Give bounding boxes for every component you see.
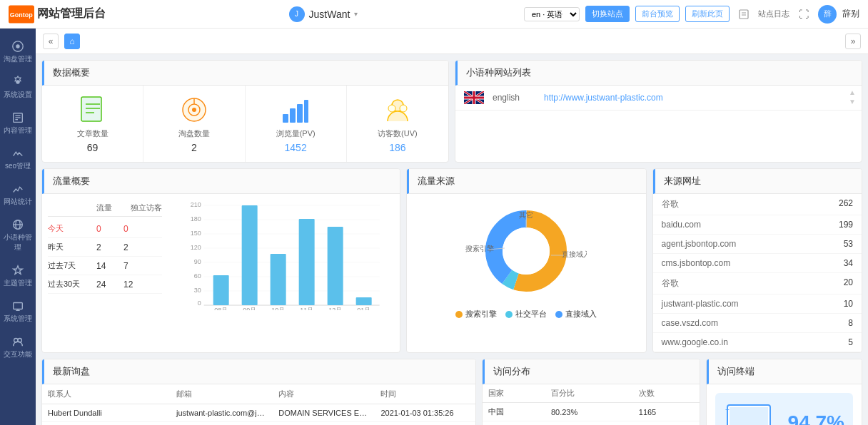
sidebar-label-disk: 淘盘管理 <box>4 54 32 64</box>
stats-panel: 数据概要 文章数量 69 <box>41 60 449 163</box>
visit-col-percent: 百分比 <box>545 384 633 403</box>
visit-dist-panel: 访问分布 国家 百分比 次数 中国 <box>482 359 700 425</box>
visit-percent-1: 7.02% <box>545 421 633 426</box>
traffic-pv-30days: 24 <box>96 280 118 290</box>
visit-country-0: 中国 <box>483 403 545 421</box>
sidebar-item-multilang[interactable]: 小语种管理 <box>0 212 36 258</box>
sidebar-label-system: 系统管理 <box>4 314 32 324</box>
news-col-contact: 联系人 <box>42 384 171 404</box>
news-panel-header: 最新询盘 <box>42 359 475 384</box>
logo-icon: Gontop <box>9 4 34 24</box>
sidebar-label-settings: 系统设置 <box>4 90 32 100</box>
sidebar-item-stats[interactable]: 网站统计 <box>0 177 36 212</box>
stat-uv: 访客数(UV) 186 <box>347 86 448 162</box>
donut-legend: 搜索引擎 社交平台 直接域入 <box>455 309 597 319</box>
svg-rect-54 <box>299 219 315 305</box>
visit-percent-0: 80.23% <box>545 403 633 421</box>
traffic-label-7days: 过去7天 <box>48 260 91 271</box>
news-row-0: Hubert Dundalli justwant-plastic.com@jus… <box>42 404 475 422</box>
switch-site-button[interactable]: 切换站点 <box>585 6 630 22</box>
svg-text:120: 120 <box>191 244 201 251</box>
svg-text:11月: 11月 <box>300 307 313 310</box>
terminal-percent-container: 94.7% <box>788 411 844 425</box>
content-area: « ⌂ » 数据概要 <box>36 29 868 425</box>
preview-button[interactable]: 前台预览 <box>635 6 680 22</box>
source-name-5: justwant-plastic.com <box>662 299 739 309</box>
source-row-1: baidu.com 199 <box>653 215 862 235</box>
source-url-body: 谷歌 262 baidu.com 199 agent.jsbontop.com … <box>653 194 862 352</box>
visit-terminal-panel: 访问终端 + 94.7% <box>706 359 862 425</box>
svg-text:30: 30 <box>194 287 201 294</box>
source-name-4: 谷歌 <box>662 277 679 290</box>
header-right: en · 英语 切换站点 前台预览 刷新此页 站点日志 ⛶ 辞 辞别 <box>524 5 859 24</box>
bar-chart-svg: 210 180 150 120 90 60 30 0 <box>168 200 394 310</box>
news-contact-0: Hubert Dundalli <box>42 404 171 422</box>
svg-rect-51 <box>213 275 229 305</box>
svg-text:08月: 08月 <box>214 307 228 310</box>
stat-uv-label: 访客数(UV) <box>378 128 418 139</box>
collapse-button[interactable]: « <box>43 34 59 49</box>
source-count-3: 34 <box>844 258 853 268</box>
source-row-7: www.google.co.in 5 <box>653 333 862 352</box>
home-button[interactable]: ⌂ <box>64 34 80 49</box>
source-name-6: case.vszd.com <box>662 318 718 328</box>
pc-icon: + <box>724 401 781 425</box>
sidebar-item-settings[interactable]: 系统设置 <box>0 70 36 106</box>
sidebar-item-theme[interactable]: 主题管理 <box>0 258 36 294</box>
fullscreen-icon[interactable]: ⛶ <box>795 6 812 23</box>
traffic-body: 流量 独立访客 今天 0 0 昨天 2 2 <box>42 194 400 318</box>
terminal-body: + 94.7% <box>707 384 862 425</box>
traffic-pv-yesterday: 2 <box>96 242 118 252</box>
pv-icon <box>280 94 311 126</box>
traffic-uv-30days: 12 <box>123 280 145 290</box>
sidebar-label-seo: seo管理 <box>5 161 31 171</box>
language-select[interactable]: en · 英语 <box>524 7 580 21</box>
sidebar-item-content[interactable]: 内容管理 <box>0 106 36 141</box>
stat-disk-label: 淘盘数量 <box>178 128 210 139</box>
uv-icon <box>382 94 413 126</box>
svg-text:10月: 10月 <box>271 307 285 310</box>
traffic-panel-header: 流量概要 <box>42 169 400 194</box>
middle-row: 流量概要 流量 独立访客 今天 0 0 <box>36 168 868 353</box>
news-time-0: 2021-01-03 01:35:26 <box>375 404 475 422</box>
sidebar-item-system[interactable]: 系统管理 <box>0 294 36 329</box>
logo: Gontop 网站管理后台 <box>9 4 123 24</box>
refresh-button[interactable]: 刷新此页 <box>685 6 730 22</box>
traffic-row-today: 今天 0 0 <box>48 220 162 238</box>
visit-col-count: 次数 <box>633 384 700 403</box>
news-table: 联系人 邮箱 内容 时间 Hubert Dundalli justwant-pl… <box>42 384 475 425</box>
log-icon[interactable] <box>735 6 752 23</box>
svg-rect-27 <box>283 114 288 123</box>
news-content-0: DOMAIN SERVICES EXPIRATI... <box>273 404 375 422</box>
sidebar-label-stats: 网站统计 <box>4 197 32 207</box>
sidebar-item-disk[interactable]: 淘盘管理 <box>0 34 36 70</box>
traffic-label-30days: 过去30天 <box>48 279 91 290</box>
svg-rect-53 <box>271 254 286 305</box>
visit-country-1: 印度 <box>483 421 545 426</box>
lang-sites-header: 小语种网站列表 <box>455 61 862 86</box>
header-center: J JustWant ▾ <box>123 6 524 22</box>
visit-count-1: 102 <box>633 421 700 426</box>
svg-rect-28 <box>290 108 296 123</box>
stats-title: 数据概要 <box>53 67 90 78</box>
source-row-4: 谷歌 20 <box>653 273 862 295</box>
news-row-1: kamarul ariffin bin abd kadir are these … <box>42 422 475 426</box>
traffic-col-pv: 流量 <box>96 203 125 213</box>
lang-url[interactable]: http://www.justwant-plastic.com <box>544 93 663 103</box>
flag-uk <box>464 91 484 104</box>
source-count-5: 10 <box>844 299 853 309</box>
lang-sites-body: english http://www.justwant-plastic.com … <box>455 86 862 111</box>
scroll-down-icon[interactable]: ▼ <box>849 98 856 106</box>
sidebar-item-seo[interactable]: seo管理 <box>0 141 36 177</box>
stat-articles-value: 69 <box>87 142 99 153</box>
terminal-card: + 94.7% <box>715 393 853 425</box>
traffic-title: 流量概要 <box>53 175 90 186</box>
expand-right-button[interactable]: » <box>845 34 861 49</box>
visit-terminal-title: 访问终端 <box>717 366 755 377</box>
sidebar-item-interact[interactable]: 交互功能 <box>0 329 36 365</box>
scroll-up-icon[interactable]: ▲ <box>849 88 856 96</box>
chevron-down-icon[interactable]: ▾ <box>354 10 358 18</box>
traffic-panel: 流量概要 流量 独立访客 今天 0 0 <box>41 168 400 353</box>
svg-text:+: + <box>725 406 730 414</box>
svg-text:09月: 09月 <box>243 307 256 310</box>
